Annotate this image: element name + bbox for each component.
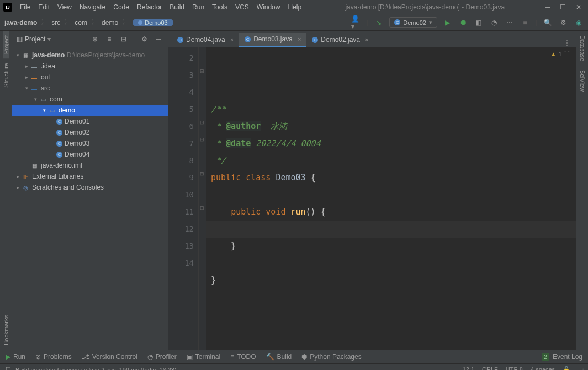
crumb-root[interactable]: java-demo xyxy=(4,19,37,26)
status-icon[interactable]: ☐ xyxy=(4,366,12,371)
crumb-class[interactable]: Demo03 xyxy=(133,19,173,26)
menu-navigate[interactable]: Navigate xyxy=(76,2,109,12)
menu-vcs[interactable]: VCS xyxy=(232,2,252,12)
locate-icon[interactable]: ⊕ xyxy=(90,34,100,44)
tree-out[interactable]: ▬out xyxy=(12,72,168,83)
editor-body[interactable]: 234 567 8910 111213 14 ⊟ ⊡ ⊟ ⊟ ⊡ /** * @… xyxy=(168,47,576,350)
stop-button[interactable]: ■ xyxy=(520,18,530,28)
tree-root[interactable]: ▦java-demo D:\IdeaProjects\java-demo xyxy=(12,50,168,61)
left-tool-rail: Project Structure Bookmarks xyxy=(0,31,12,350)
run-config-selector[interactable]: C Demo02 ▾ xyxy=(389,17,437,28)
tree-file-demo02[interactable]: CDemo02 xyxy=(12,127,168,138)
tw-profiler[interactable]: ◔Profiler xyxy=(147,353,177,361)
tw-vcs[interactable]: ⎇Version Control xyxy=(82,353,137,361)
menu-window[interactable]: Window xyxy=(253,2,284,12)
debug-button[interactable]: ⬢ xyxy=(458,18,468,28)
prev-icon[interactable]: ˆ xyxy=(564,51,566,57)
lib-icon: ⊪ xyxy=(21,173,30,180)
crumb-src[interactable]: src xyxy=(51,19,60,26)
tw-eventlog[interactable]: Event Log xyxy=(553,353,582,361)
folder-icon: ▬ xyxy=(30,62,39,70)
tw-terminal[interactable]: ▣Terminal xyxy=(187,353,220,361)
menu-build[interactable]: Build xyxy=(166,2,188,12)
app-logo: IJ xyxy=(3,3,12,12)
tree-src[interactable]: ▬src xyxy=(12,83,168,94)
tab-demo04[interactable]: CDemo04.java× xyxy=(172,33,239,47)
terminal-icon: ▣ xyxy=(187,353,193,361)
class-icon: C xyxy=(56,130,62,136)
maximize-button[interactable]: ☐ xyxy=(560,3,566,11)
gear-icon[interactable]: ⚙ xyxy=(139,34,149,44)
menu-refactor[interactable]: Refactor xyxy=(134,2,165,12)
tw-todo[interactable]: ≡TODO xyxy=(230,353,256,361)
collapse-icon[interactable]: ⊟ xyxy=(119,34,129,44)
class-icon: C xyxy=(56,141,62,147)
crumb-com[interactable]: com xyxy=(75,19,87,26)
settings-icon[interactable]: ⚙ xyxy=(558,18,568,28)
hide-icon[interactable]: ─ xyxy=(153,34,163,44)
tree-file-demo01[interactable]: CDemo01 xyxy=(12,116,168,127)
menu-run[interactable]: Run xyxy=(189,2,208,12)
rail-project[interactable]: Project xyxy=(3,31,9,58)
tw-python[interactable]: ⬢Python Packages xyxy=(301,353,361,361)
tab-menu-icon[interactable]: ⋮ xyxy=(558,39,576,47)
tab-demo02[interactable]: CDemo02.java× xyxy=(306,33,374,47)
menu-help[interactable]: Help xyxy=(284,2,305,12)
status-indent[interactable]: 4 spaces xyxy=(531,366,555,370)
coverage-button[interactable]: ◧ xyxy=(474,18,484,28)
attach-button[interactable]: ⋯ xyxy=(505,18,515,28)
tree-file-demo04[interactable]: CDemo04 xyxy=(12,149,168,160)
rail-sciview[interactable]: SciView xyxy=(579,66,586,96)
fold-column[interactable]: ⊟ ⊡ ⊟ ⊟ ⊡ xyxy=(199,47,206,350)
close-icon[interactable]: × xyxy=(230,36,234,43)
editor-tabs: CDemo04.java× CDemo03.java× CDemo02.java… xyxy=(168,31,576,47)
tree-idea[interactable]: ▬.idea xyxy=(12,61,168,72)
profiler-icon: ◔ xyxy=(147,353,153,361)
todo-icon: ≡ xyxy=(230,353,234,361)
tree-demo[interactable]: ▭demo xyxy=(12,105,168,116)
tw-run[interactable]: ▶Run xyxy=(6,353,25,361)
tree-extlib[interactable]: ⊪External Libraries xyxy=(12,171,168,182)
profile-button[interactable]: ◔ xyxy=(489,18,499,28)
menu-tools[interactable]: Tools xyxy=(209,2,231,12)
navigation-bar: java-demo〉 src〉 com〉 demo〉 Demo03 👤▾ | ↘… xyxy=(0,14,588,31)
hammer-icon: 🔨 xyxy=(266,353,274,361)
status-position[interactable]: 12:1 xyxy=(463,366,474,370)
lock-icon[interactable]: 🔓 xyxy=(563,366,570,370)
code-content[interactable]: /** * @author 水滴 * @date 2022/4/4 0004 *… xyxy=(206,47,576,350)
add-user-icon[interactable]: 👤▾ xyxy=(351,18,361,28)
menu-code[interactable]: Code xyxy=(110,2,133,12)
status-extra-icon[interactable]: ⬚ xyxy=(578,366,584,370)
search-icon[interactable]: 🔍 xyxy=(543,18,553,28)
ide-icon[interactable]: ◉ xyxy=(574,18,584,28)
tree-iml[interactable]: ▦java-demo.iml xyxy=(12,160,168,171)
menu-edit[interactable]: Edit xyxy=(35,2,53,12)
status-encoding[interactable]: UTF-8 xyxy=(506,366,523,370)
menu-file[interactable]: File xyxy=(17,2,34,12)
minimize-button[interactable]: ─ xyxy=(545,3,550,11)
tw-build[interactable]: 🔨Build xyxy=(266,353,292,361)
build-hammer-icon[interactable]: ↘ xyxy=(374,18,384,28)
close-icon[interactable]: × xyxy=(365,36,368,43)
inspection-bar[interactable]: ▲1 ˆˇ xyxy=(550,51,570,57)
title-bar: IJ File Edit View Navigate Code Refactor… xyxy=(0,0,588,14)
tree-scratches[interactable]: ◎Scratches and Consoles xyxy=(12,182,168,193)
tw-problems[interactable]: ⊘Problems xyxy=(35,353,72,361)
rail-bookmarks[interactable]: Bookmarks xyxy=(3,310,9,350)
crumb-demo[interactable]: demo xyxy=(102,19,118,26)
project-icon: ▥ xyxy=(17,35,23,43)
rail-database[interactable]: Database xyxy=(579,31,586,66)
close-button[interactable]: ✕ xyxy=(576,3,581,11)
project-tree: ▦java-demo D:\IdeaProjects\java-demo ▬.i… xyxy=(12,47,168,350)
expand-icon[interactable]: ≡ xyxy=(104,34,114,44)
close-icon[interactable]: × xyxy=(298,36,301,42)
rail-structure[interactable]: Structure xyxy=(3,58,9,92)
tree-file-demo03[interactable]: CDemo03 xyxy=(12,138,168,149)
status-eol[interactable]: CRLF xyxy=(482,366,498,370)
menu-view[interactable]: View xyxy=(54,2,75,12)
tree-com[interactable]: ▭com xyxy=(12,94,168,105)
bottom-toolbar: ▶Run ⊘Problems ⎇Version Control ◔Profile… xyxy=(0,350,588,363)
tab-demo03[interactable]: CDemo03.java× xyxy=(239,33,306,47)
next-icon[interactable]: ˇ xyxy=(568,51,570,57)
run-button[interactable]: ▶ xyxy=(443,18,453,28)
